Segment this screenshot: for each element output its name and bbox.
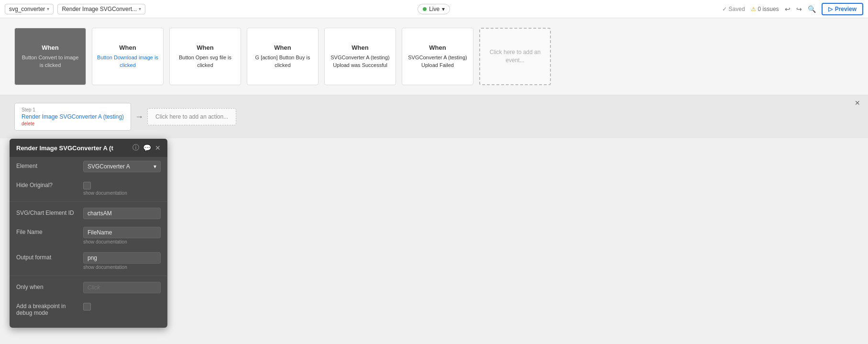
step-delete-button[interactable]: delete (22, 121, 124, 126)
live-chevron: ▾ (442, 6, 445, 12)
event-card-2[interactable]: When Button Download image is clicked (92, 28, 164, 85)
undo-button[interactable]: ↩ (785, 5, 791, 13)
event-desc-4: G [action] Button Buy is clicked (252, 54, 313, 69)
step-label: Step 1 (22, 107, 124, 112)
redo-button[interactable]: ↪ (796, 5, 802, 13)
event-when-3: When (197, 44, 213, 51)
event-card-4[interactable]: When G [action] Button Buy is clicked (247, 28, 319, 85)
event-desc-1: Button Convert to image is clicked (20, 54, 81, 69)
event-when-6: When (429, 44, 446, 51)
preview-button[interactable]: ▷ Preview (822, 3, 863, 15)
event-desc-6: SVGConverter A (testing) Upload Failed (407, 54, 468, 69)
saved-status: ✓ Saved (722, 6, 745, 12)
add-action-button[interactable]: Click here to add an action... (147, 108, 236, 125)
live-label: Live (429, 6, 439, 12)
live-badge[interactable]: Live ▾ (418, 4, 450, 14)
step-name: Render Image SVGConverter A (testing) (22, 113, 124, 120)
event-when-5: When (352, 44, 368, 51)
event-card-add[interactable]: Click here to add an event... (479, 28, 551, 85)
project-name: svg_converter (9, 6, 45, 12)
topbar-center: Live ▾ (149, 4, 718, 14)
event-card-6[interactable]: When SVGConverter A (testing) Upload Fai… (402, 28, 473, 85)
event-desc-2: Button Download image is clicked (97, 54, 158, 69)
workflow-step-1: Step 1 Render Image SVGConverter A (test… (14, 103, 131, 131)
event-desc-5: SVGConverter A (testing) Upload was Succ… (330, 54, 391, 69)
topbar: svg_converter ▾ Render Image SVGConvert.… (0, 0, 868, 18)
preview-label: Preview (835, 6, 857, 12)
page-dropdown-chevron: ▾ (139, 6, 141, 11)
event-card-3[interactable]: When Button Open svg file is clicked (169, 28, 241, 85)
event-card-1[interactable]: When Button Convert to image is clicked (14, 28, 86, 85)
workflow-area: Step 1 Render Image SVGConverter A (test… (0, 95, 868, 138)
event-when-2: When (119, 44, 136, 51)
project-dropdown-chevron: ▾ (47, 6, 49, 11)
page-name: Render Image SVGConvert... (62, 6, 137, 12)
event-when-4: When (274, 44, 291, 51)
page-dropdown[interactable]: Render Image SVGConvert... ▾ (57, 4, 145, 14)
preview-play-icon: ▷ (828, 6, 833, 12)
event-desc-3: Button Open svg file is clicked (175, 54, 236, 69)
live-dot (423, 7, 427, 11)
event-card-5[interactable]: When SVGConverter A (testing) Upload was… (324, 28, 396, 85)
workflow-arrow: → (135, 112, 143, 122)
search-button[interactable]: 🔍 (808, 5, 816, 13)
topbar-left: svg_converter ▾ Render Image SVGConvert.… (5, 4, 145, 14)
workflow-close-button[interactable]: ✕ (855, 99, 860, 107)
warning-icon: ⚠ (751, 6, 756, 12)
events-row: When Button Convert to image is clicked … (0, 18, 868, 95)
project-dropdown[interactable]: svg_converter ▾ (5, 4, 54, 14)
event-add-label: Click here to add an event... (485, 48, 545, 65)
issues-count: 0 issues (758, 6, 779, 12)
event-when-1: When (42, 44, 58, 51)
topbar-right: ✓ Saved ⚠ 0 issues ↩ ↪ 🔍 ▷ Preview (722, 3, 863, 15)
issues-badge[interactable]: ⚠ 0 issues (751, 6, 779, 12)
